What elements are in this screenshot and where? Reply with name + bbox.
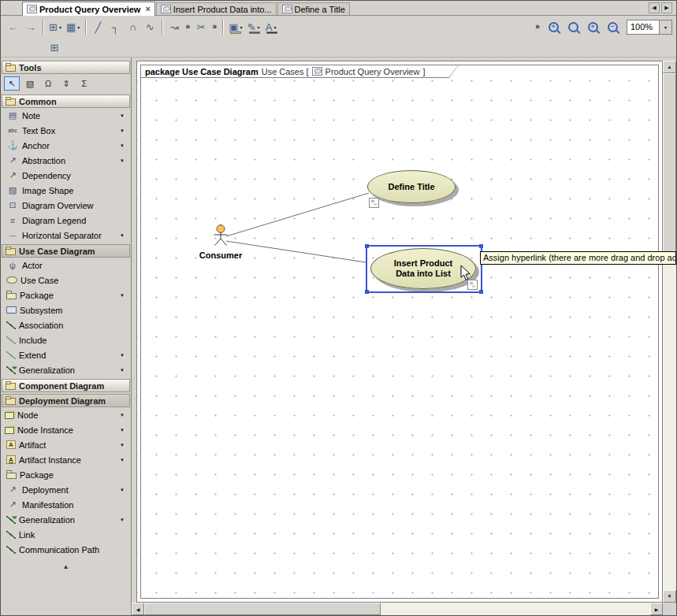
- zoom-dropdown-button[interactable]: ▾: [659, 20, 671, 34]
- tab-product-query-overview[interactable]: Product Query Overview×: [22, 2, 155, 16]
- dropdown-arrow-icon[interactable]: ▼: [120, 293, 125, 298]
- diagram-overview-grid-button[interactable]: ⊞: [46, 39, 63, 56]
- font-color-button[interactable]: A▾: [262, 18, 280, 35]
- select-area-tool-button[interactable]: ▧: [22, 76, 38, 91]
- dropdown-arrow-icon[interactable]: ▼: [120, 353, 125, 358]
- diagram-canvas[interactable]: package Use Case Diagram Use Cases [ Pro…: [136, 61, 663, 603]
- chevron-down-icon[interactable]: ▾: [258, 24, 260, 30]
- dropdown-arrow-icon[interactable]: ▼: [120, 233, 125, 238]
- palette-item-generalization[interactable]: Generalization▼: [2, 362, 130, 377]
- pen-color-button[interactable]: ✎▾: [245, 18, 262, 35]
- scroll-left-button[interactable]: ◀: [132, 603, 144, 615]
- dropdown-arrow-icon[interactable]: ▼: [120, 428, 125, 432]
- palette-item-diagram-overview[interactable]: ⊡Diagram Overview: [2, 198, 130, 213]
- chevron-down-icon[interactable]: ▾: [77, 24, 80, 30]
- oblique-path-button[interactable]: ╱: [89, 18, 106, 35]
- zoom-in-button[interactable]: +: [545, 18, 562, 35]
- palette-section-tools[interactable]: Tools: [2, 61, 130, 74]
- palette-item-artifact-instance[interactable]: AArtifact Instance▼: [2, 452, 130, 467]
- palette-section-component-diagram[interactable]: Component Diagram: [2, 379, 130, 392]
- palette-item-package[interactable]: Package▼: [2, 288, 130, 302]
- dropdown-arrow-icon[interactable]: ▼: [120, 158, 125, 163]
- back-button[interactable]: ←: [5, 18, 22, 35]
- dropdown-arrow-icon[interactable]: ▼: [120, 413, 125, 417]
- palette-item-note[interactable]: ▤Note▼: [2, 108, 130, 123]
- palette-item-image-shape[interactable]: ▨Image Shape: [2, 183, 130, 198]
- palette-section-deployment-diagram[interactable]: Deployment Diagram: [2, 394, 130, 407]
- palette-item-text-box[interactable]: abcText Box▼: [2, 123, 130, 138]
- distribute-tool-button[interactable]: ⇕: [58, 76, 74, 91]
- selection-handle[interactable]: [479, 290, 483, 294]
- selection-handle[interactable]: [479, 244, 483, 248]
- tab-scroll-right-button[interactable]: ▶: [661, 2, 672, 13]
- dropdown-arrow-icon[interactable]: ▼: [120, 488, 125, 492]
- shape-alignment-button[interactable]: ⊞▾: [46, 18, 64, 35]
- dropdown-arrow-icon[interactable]: ▼: [120, 113, 125, 118]
- palette-item-node-instance[interactable]: Node Instance▼: [2, 422, 130, 437]
- palette-item-subsystem[interactable]: Subsystem: [2, 302, 130, 317]
- chevron-down-icon[interactable]: ▾: [273, 24, 276, 30]
- vertical-scroll-thumb[interactable]: [663, 73, 676, 254]
- split-tools-more-button[interactable]: »: [210, 18, 219, 35]
- palette-item-use-case[interactable]: Use Case: [2, 273, 130, 288]
- zoom-combobox[interactable]: 100% ▾: [627, 20, 672, 35]
- dropdown-arrow-icon[interactable]: ▼: [120, 143, 125, 148]
- dropdown-arrow-icon[interactable]: ▼: [120, 518, 125, 522]
- chevron-down-icon[interactable]: ▾: [240, 24, 243, 30]
- summarize-tool-button[interactable]: Σ: [76, 76, 92, 91]
- palette-item-package-deployment[interactable]: Package: [2, 467, 130, 482]
- horizontal-scroll-thumb[interactable]: [144, 603, 381, 615]
- hyperlink-badge-icon[interactable]: [369, 198, 379, 208]
- palette-item-extend[interactable]: Extend▼: [2, 347, 130, 362]
- palette-item-anchor[interactable]: ⚓Anchor▼: [2, 138, 130, 153]
- selection-handle[interactable]: [365, 244, 369, 248]
- palette-item-actor[interactable]: ψActor: [2, 258, 130, 273]
- palette-item-artifact[interactable]: AArtifact▼: [2, 437, 130, 452]
- palette-item-dependency[interactable]: ↗Dependency: [2, 168, 130, 183]
- palette-item-node[interactable]: Node▼: [2, 407, 130, 422]
- rounded-path-button[interactable]: ∩: [124, 18, 141, 35]
- palette-item-link[interactable]: Link: [2, 527, 130, 542]
- scroll-down-button[interactable]: ▼: [663, 590, 676, 603]
- dropdown-arrow-icon[interactable]: ▼: [120, 368, 125, 373]
- zoom-selection-button[interactable]: +: [584, 18, 601, 35]
- link-tools-more-button[interactable]: »: [183, 18, 192, 35]
- palette-item-communication-path[interactable]: Communication Path: [2, 542, 130, 557]
- chevron-down-icon[interactable]: ▾: [59, 24, 61, 30]
- palette-item-abstraction[interactable]: ↗Abstraction▼: [2, 153, 130, 168]
- palette-item-diagram-legend[interactable]: ≡Diagram Legend: [2, 213, 130, 228]
- toolbar-more-button[interactable]: »: [533, 18, 542, 35]
- split-tool-button[interactable]: ✂: [192, 18, 210, 35]
- dropdown-arrow-icon[interactable]: ▼: [120, 128, 125, 133]
- use-case-define-title[interactable]: Define Title: [367, 170, 456, 203]
- palette-section-common[interactable]: Common: [2, 95, 130, 108]
- scroll-right-button[interactable]: ▶: [650, 603, 663, 615]
- association-connectors[interactable]: [137, 61, 663, 603]
- dropdown-arrow-icon[interactable]: ▼: [120, 458, 125, 462]
- link-tool-button[interactable]: ↝: [166, 18, 183, 35]
- forward-button[interactable]: →: [22, 18, 39, 35]
- magnet-tool-button[interactable]: Ω: [40, 76, 56, 91]
- fill-color-button[interactable]: ▣▾: [226, 18, 244, 35]
- zoom-fit-button[interactable]: [564, 18, 582, 35]
- close-icon[interactable]: ×: [145, 5, 150, 13]
- palette-item-association[interactable]: Association: [2, 317, 130, 332]
- palette-item-deployment[interactable]: ↗Deployment▼: [2, 482, 130, 497]
- dropdown-arrow-icon[interactable]: ▼: [120, 443, 125, 447]
- palette-collapse-button[interactable]: ▲: [2, 561, 130, 572]
- vertical-scrollbar[interactable]: ▲ ▼: [663, 61, 676, 603]
- tab-scroll-left-button[interactable]: ◀: [649, 2, 660, 13]
- palette-item-manifestation[interactable]: ↗Manifestation: [2, 497, 130, 512]
- palette-item-horizontal-separator[interactable]: ----Horizontal Separator▼: [2, 228, 130, 243]
- zoom-out-button[interactable]: −: [604, 18, 621, 35]
- rectilinear-path-button[interactable]: ┐: [106, 18, 124, 35]
- tab-insert-product-data[interactable]: Insert Product Data into...: [156, 2, 277, 15]
- tab-define-a-title[interactable]: Define a Title: [277, 2, 350, 15]
- palette-section-use-case-diagram[interactable]: Use Case Diagram: [2, 244, 130, 258]
- actor-consumer[interactable]: [211, 224, 230, 249]
- scroll-up-button[interactable]: ▲: [663, 61, 676, 73]
- selection-handle[interactable]: [365, 290, 369, 294]
- quick-layout-button[interactable]: ▦▾: [64, 18, 82, 35]
- horizontal-scrollbar[interactable]: ◀ ▶: [132, 603, 663, 615]
- select-tool-button[interactable]: ↖: [4, 76, 20, 91]
